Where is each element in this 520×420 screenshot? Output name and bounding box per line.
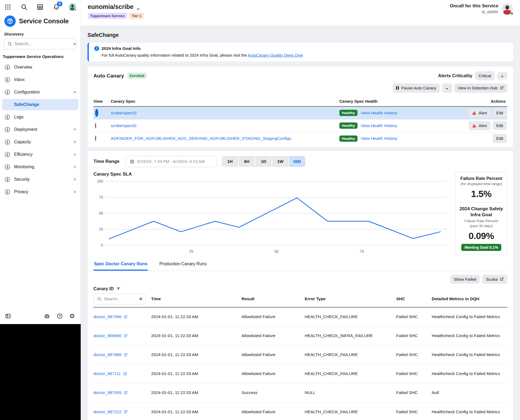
- time-preset-1d[interactable]: 1D: [255, 156, 272, 167]
- sidebar-search-input[interactable]: [15, 41, 71, 46]
- search-icon[interactable]: [21, 4, 28, 11]
- time-range-label: Time Range: [93, 159, 119, 164]
- canary-run-link[interactable]: doctor_987456: [93, 314, 121, 319]
- run-metrics[interactable]: Healthcheck Config to Failed Metrics: [432, 333, 507, 338]
- chevron-right-icon: [73, 140, 77, 144]
- col-result: Result: [242, 296, 305, 301]
- run-error-type[interactable]: HEALTH_CHECK_FAILURE: [305, 409, 396, 414]
- view-health-history-link[interactable]: View Health History: [361, 111, 397, 115]
- pause-dropdown-button[interactable]: [442, 83, 452, 92]
- canary-run-link[interactable]: doctor_987555: [93, 390, 121, 395]
- alert-button[interactable]: Alert: [469, 108, 490, 117]
- spreadsheet-icon[interactable]: [37, 4, 44, 11]
- canary-spec-link[interactable]: ADFINDER_FOR_ADPUBLISHER_ADS_SERVING_ADP…: [111, 136, 291, 141]
- runs-tabs: Spec Doctor Canary RunsProduction Canary…: [93, 259, 507, 271]
- edit-button[interactable]: Edit: [493, 108, 507, 117]
- filter-funnel-icon[interactable]: [116, 287, 121, 291]
- sidebar-item-deployment[interactable]: Deployment: [0, 123, 80, 136]
- time-preset-6h[interactable]: 6H: [239, 156, 255, 167]
- pause-auto-canary-button[interactable]: Pause Auto Canary: [393, 83, 440, 92]
- view-health-history-link[interactable]: View Health History: [361, 123, 397, 128]
- deep-dive-link[interactable]: AutoCanary Quality Deep Dive: [248, 53, 303, 57]
- time-preset-1h[interactable]: 1H: [222, 156, 238, 167]
- pause-icon: [396, 86, 399, 90]
- run-metrics[interactable]: Healthcheck Config to Failed Metrics: [432, 314, 507, 319]
- col-time: Time: [151, 296, 242, 301]
- sidebar-item-capacity[interactable]: Capacity: [0, 136, 80, 148]
- tab-production-canary-runs[interactable]: Production Canary Runs: [159, 259, 207, 271]
- settings-gear-icon[interactable]: ⚙: [69, 313, 76, 319]
- canary-id-search-box[interactable]: ×: [93, 293, 146, 304]
- sidebar-item-label: Capacity: [14, 140, 31, 144]
- canary-run-link[interactable]: doctor_987888: [93, 352, 121, 357]
- alert-button[interactable]: Alert: [469, 121, 490, 130]
- sidebar-item-logs[interactable]: Logs: [0, 111, 80, 123]
- run-shc-link[interactable]: Failed SHC: [396, 352, 432, 357]
- edit-button[interactable]: Edit: [493, 134, 507, 143]
- chevron-right-icon: [73, 190, 77, 194]
- sidebar-item-configuration[interactable]: Configuration: [0, 86, 80, 98]
- sidebar-item-security[interactable]: Security: [0, 173, 80, 186]
- calendar-icon: [130, 159, 135, 164]
- view-radio[interactable]: [95, 109, 98, 117]
- sidebar-item-safechange[interactable]: SafeChange: [2, 99, 78, 110]
- divider: [459, 202, 503, 203]
- run-shc-link[interactable]: Failed SHC: [396, 409, 432, 414]
- svg-text:75: 75: [99, 195, 103, 199]
- sidebar-item-efficiency[interactable]: Efficiency: [0, 148, 80, 161]
- user-avatar[interactable]: [69, 3, 76, 11]
- run-shc-link[interactable]: Failed SHC: [396, 333, 432, 338]
- notifications-bell-icon[interactable]: 3: [53, 4, 60, 11]
- run-shc-link[interactable]: Failed SHC: [396, 314, 432, 319]
- run-error-type[interactable]: HEALTH_CHECK_FAILURE: [305, 371, 396, 376]
- view-radio[interactable]: [95, 123, 96, 128]
- bug-report-icon[interactable]: [44, 313, 50, 319]
- clear-search-icon[interactable]: ×: [73, 41, 76, 47]
- caret-down-icon: [446, 86, 448, 89]
- sidebar-item-privacy[interactable]: Privacy: [0, 186, 80, 198]
- clear-search-icon[interactable]: ×: [139, 296, 142, 302]
- auto-canary-card: Auto Canary Enrolled Alerts Criticality …: [87, 66, 513, 147]
- service-person-icon: [4, 189, 11, 195]
- apps-grid-icon[interactable]: [4, 4, 11, 11]
- canary-run-link[interactable]: doctor_987222: [93, 409, 121, 414]
- sidebar-item-overview[interactable]: Overview: [0, 61, 80, 73]
- show-failed-button[interactable]: Show Failed: [450, 275, 480, 284]
- canary-run-link[interactable]: doctor_987111: [93, 371, 121, 376]
- canary-id-search-input[interactable]: [104, 296, 128, 301]
- run-metrics[interactable]: Healthcheck Config to Failed Metrics: [432, 409, 507, 414]
- criticality-dropdown-button[interactable]: [497, 72, 507, 79]
- run-error-type[interactable]: HEALTH_CHECK_FAILURE: [305, 314, 396, 319]
- view-radio[interactable]: [95, 135, 96, 141]
- run-error-type[interactable]: HEALTH_CHECK_FAILURE: [305, 352, 396, 357]
- sidebar-item-monitoring[interactable]: Monitoring: [0, 161, 80, 173]
- sidebar-search-box[interactable]: ×: [4, 38, 77, 49]
- date-range-input[interactable]: 6/15/24, 7:33 PM - 6/16/24, 9:23 AM: [125, 156, 217, 167]
- canary-spec-link[interactable]: scribe/spec02: [111, 111, 137, 115]
- service-person-icon: [4, 89, 11, 95]
- canary-spec-link[interactable]: scribe/spec02: [111, 123, 137, 128]
- oncall-avatar[interactable]: [502, 3, 513, 15]
- sidebar: 3 Service Console Discovery × Tupperware…: [0, 0, 81, 420]
- chart-title: Canary Spec SLA: [93, 172, 450, 177]
- sidebar-bottom-toolbar: ? ⚙: [0, 313, 80, 319]
- run-shc-link[interactable]: Failed SHC: [396, 390, 432, 395]
- tab-spec-doctor-canary-runs[interactable]: Spec Doctor Canary Runs: [93, 259, 148, 271]
- criticality-value-button[interactable]: Critical: [475, 71, 495, 80]
- sidebar-item-inbox[interactable]: Inbox: [0, 73, 80, 86]
- edit-button[interactable]: Edit: [493, 121, 507, 130]
- view-health-history-link[interactable]: View Health History: [361, 136, 397, 141]
- scuba-button[interactable]: Scuba: [482, 275, 507, 284]
- collapse-sidebar-icon[interactable]: [5, 313, 11, 319]
- infra-goal-sub2: (past 30 days): [458, 224, 504, 228]
- run-shc-link[interactable]: Failed SHC: [396, 371, 432, 376]
- canary-run-link[interactable]: doctor_966656: [93, 333, 121, 338]
- time-preset-1w[interactable]: 1W: [272, 156, 288, 167]
- run-metrics[interactable]: Healthcheck Config to Failed Metrics: [432, 371, 507, 376]
- time-preset-30d[interactable]: 30D: [289, 156, 305, 167]
- view-detection-hub-button[interactable]: View in Detection Hub: [454, 83, 507, 92]
- run-error-type[interactable]: HEALTH_CHECK_INFRA_FAILURE: [305, 333, 396, 338]
- service-selector[interactable]: eunomia/scribe: [88, 3, 144, 11]
- run-metrics[interactable]: Healthcheck Config to Failed Metrics: [432, 352, 507, 357]
- help-icon[interactable]: ?: [57, 313, 63, 319]
